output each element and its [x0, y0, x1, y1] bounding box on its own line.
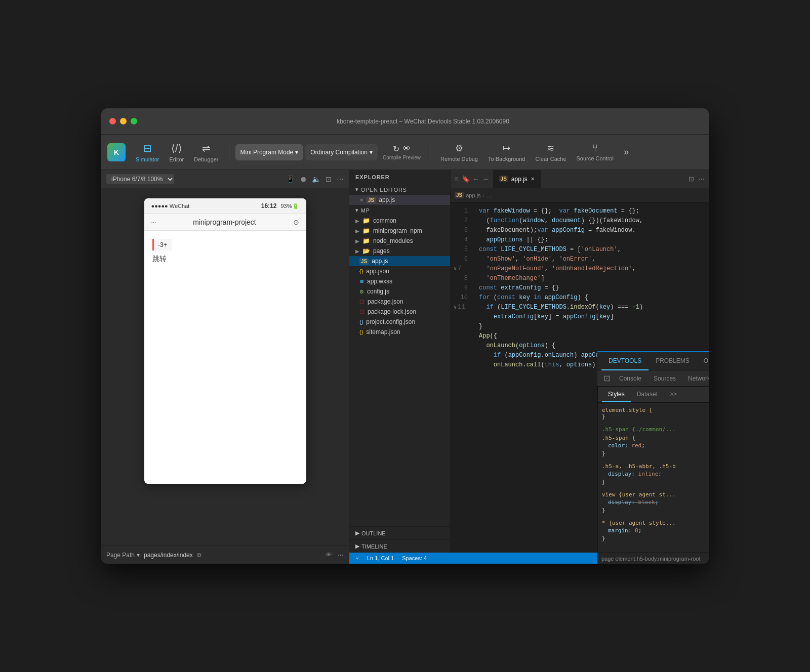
folder-pages[interactable]: ▶ 📂 pages — [349, 246, 450, 256]
close-button[interactable] — [109, 118, 116, 124]
console-tab-console[interactable]: Console — [614, 370, 646, 386]
source-control-icon: ⑂ — [592, 143, 598, 153]
remote-debug-group[interactable]: ⚙ Remote Debug — [436, 141, 482, 164]
style-property[interactable]: color: red; — [602, 441, 709, 450]
file-name: app.wxss — [367, 278, 392, 285]
sim-bottom: Page Path ▾ pages/index/index ⧉ 👁 ⋯ — [101, 545, 349, 564]
copy-icon[interactable]: ⧉ — [197, 552, 201, 559]
compile-preview-label: Compile Preview — [383, 155, 421, 160]
file-app-js[interactable]: JS app.js — [349, 256, 450, 266]
style-property[interactable]: margin: 0; — [602, 526, 709, 535]
file-package-json[interactable]: ⬡ package.json — [349, 297, 450, 307]
file-project-config-json[interactable]: {} project.config.json — [349, 317, 450, 327]
timeline-header[interactable]: ▶ TIMELINE — [349, 539, 450, 553]
open-editors-label: OPEN EDITORS — [361, 187, 407, 193]
code-line: App({ — [479, 331, 701, 341]
bookmark-icon: 🔖 — [462, 175, 470, 183]
editor-label: Editor — [169, 156, 184, 162]
mp-header[interactable]: ▾ MP — [349, 205, 450, 216]
devtools-panel: DEVTOOLS PROBLEMS OUTPUT TERMINAL — [597, 351, 709, 553]
split-editor-icon[interactable]: ⊡ — [688, 175, 694, 183]
breadcrumb-sep: › — [483, 192, 485, 198]
devtools-tab-problems[interactable]: PROBLEMS — [649, 353, 697, 370]
maximize-button[interactable] — [131, 118, 137, 124]
code-line: onLaunch(options) { — [479, 341, 701, 351]
editor-left-icons: ≡ 🔖 ← → — [455, 175, 493, 183]
page-path-button[interactable]: Page Path ▾ — [106, 552, 140, 559]
simulator-button[interactable]: ⊟ Simulator — [132, 142, 163, 162]
mode-selector[interactable]: Mini Program Mode ▾ — [235, 144, 304, 160]
outline-header[interactable]: ▶ OUTLINE — [349, 526, 450, 539]
file-app-json[interactable]: {} app.json — [349, 266, 450, 276]
divider-1 — [229, 142, 229, 162]
code-line: extraConfig[key] = appConfig[key] — [479, 312, 701, 322]
position-label: Ln 1, Col 1 — [367, 555, 394, 561]
timeline-label: TIMELINE — [361, 543, 387, 550]
clear-cache-group[interactable]: ≋ Clear Cache — [531, 141, 570, 164]
source-control-label: Source Control — [577, 155, 614, 161]
close-open-file-icon[interactable]: ✕ — [359, 197, 363, 203]
styles-tab-styles[interactable]: Styles — [602, 387, 631, 402]
devtools-tab-devtools[interactable]: DEVTOOLS — [601, 353, 649, 370]
styles-tab-dataset[interactable]: Dataset — [631, 387, 664, 402]
device-selector[interactable]: iPhone 6/7/8 100% — [106, 174, 174, 184]
nav-forward-icon[interactable]: → — [482, 175, 489, 183]
debugger-icon: ⇌ — [202, 142, 211, 154]
home-icon[interactable]: ⊙ — [293, 218, 299, 226]
file-package-lock-json[interactable]: ⬡ package-lock.json — [349, 307, 450, 317]
editor-button[interactable]: ⟨/⟩ Editor — [165, 142, 188, 162]
editor-icon: ⟨/⟩ — [171, 142, 182, 154]
folder-common[interactable]: ▶ 📁 common — [349, 216, 450, 226]
open-file-app-js[interactable]: ✕ JS app.js — [349, 195, 450, 205]
compilation-button[interactable]: Ordinary Compilation ▾ — [305, 144, 378, 160]
eye-icon: 👁 — [402, 144, 411, 154]
more-group[interactable]: » — [620, 145, 633, 159]
npm-lock-icon: ⬡ — [359, 309, 364, 315]
file-app-wxss[interactable]: ≋ app.wxss — [349, 276, 450, 286]
devtools-tab-output[interactable]: OUTPUT — [697, 353, 709, 370]
style-selector: .h5-span { — [602, 435, 709, 441]
code-line: 'onPageNotFound', 'onUnhandledRejection'… — [479, 264, 701, 274]
style-close-brace: } — [602, 413, 709, 420]
console-tab-sources[interactable]: Sources — [649, 370, 681, 386]
sound-icon: 🔈 — [312, 175, 320, 183]
page-path-label: Page Path — [106, 552, 135, 559]
folder-arrow-icon: ▶ — [355, 248, 359, 254]
file-config-js[interactable]: ⚙ config.js — [349, 286, 450, 297]
minimize-button[interactable] — [120, 118, 127, 124]
folder-miniprogram-npm[interactable]: ▶ 📁 miniprogram_npm — [349, 226, 450, 236]
compile-preview-group[interactable]: ↻ 👁 Compile Preview — [380, 144, 424, 160]
open-editors-header[interactable]: ▾ OPEN EDITORS — [349, 184, 450, 195]
style-property[interactable]: display: inline; — [602, 470, 709, 479]
debugger-button[interactable]: ⇌ Debugger — [190, 142, 222, 162]
phone-status-bar: ●●●●● WeChat 16:12 93% 🔋 — [144, 198, 306, 214]
breadcrumb-bar: JS app.js › … — [451, 188, 709, 202]
styles-tab-more[interactable]: >> — [664, 387, 683, 402]
npm-icon: ⬡ — [359, 299, 364, 305]
file-sitemap-json[interactable]: {} sitemap.json — [349, 327, 450, 337]
titlebar: kbone-template-preact – WeChat Devtools … — [101, 108, 709, 135]
source-control-group[interactable]: ⑂ Source Control — [573, 141, 618, 163]
mp-label: MP — [361, 207, 370, 214]
more-editor-icon[interactable]: ⋯ — [698, 175, 705, 183]
signal-icon: ●●●●● WeChat — [151, 203, 190, 209]
nav-back-icon[interactable]: ← — [473, 175, 479, 183]
phone-icon: 📱 — [286, 175, 295, 183]
back-icon[interactable]: ··· — [151, 219, 156, 226]
explorer-header: EXPLORER — [349, 170, 450, 184]
console-tab-network[interactable]: Network — [683, 370, 709, 386]
style-close-brace: } — [602, 450, 709, 457]
style-rule-view: view {user agent st... display: block; } — [602, 491, 709, 514]
to-background-icon: ↦ — [503, 143, 510, 154]
style-property[interactable]: display: block; — [602, 498, 709, 507]
breadcrumb-filename: app.js — [466, 192, 480, 198]
folder-node-modules[interactable]: ▶ 📁 node_modules — [349, 236, 450, 246]
style-rule-comment: .h5-span {./common/... — [602, 426, 709, 433]
to-background-group[interactable]: ↦ To Background — [484, 141, 529, 164]
editor-tab-app-js[interactable]: JS app.js ✕ — [493, 170, 541, 188]
outline-label: OUTLINE — [361, 530, 386, 536]
more-icon: » — [624, 147, 629, 157]
tab-close-icon[interactable]: ✕ — [531, 176, 535, 182]
console-left-icon[interactable]: ⊡ — [601, 373, 612, 383]
tab-js-icon: JS — [499, 176, 508, 182]
